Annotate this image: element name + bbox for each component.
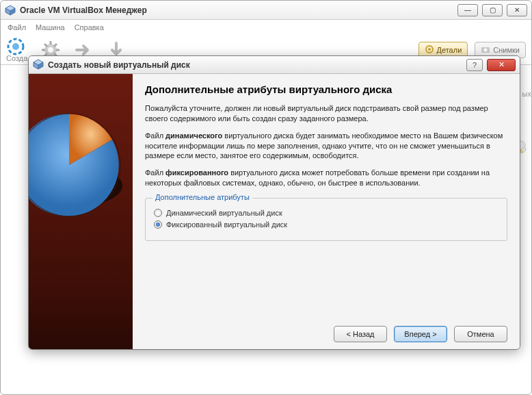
create-disk-dialog: Создать новый виртуальный диск ? ✕ — [28, 55, 520, 350]
maximize-button[interactable]: ▢ — [482, 4, 503, 16]
cancel-button[interactable]: Отмена — [454, 326, 507, 342]
wizard-p1: Пожалуйста уточните, должен ли новый вир… — [145, 103, 507, 124]
dialog-icon — [33, 59, 44, 71]
back-button[interactable]: < Назад — [334, 326, 387, 342]
dialog-titlebar: Создать новый виртуальный диск ? ✕ — [29, 56, 520, 74]
wizard-p2: Файл динамического виртуального диска бу… — [145, 131, 507, 162]
radio-dynamic-input[interactable] — [154, 209, 162, 217]
dialog-help-button[interactable]: ? — [466, 59, 483, 71]
menubar: Файл Машина Справка — [1, 20, 531, 35]
main-window: Oracle VM VirtualBox Менеджер — ▢ ✕ Файл… — [0, 0, 532, 395]
window-title: Oracle VM VirtualBox Менеджер — [20, 5, 147, 15]
radio-fixed[interactable]: Фиксированный виртуальный диск — [154, 220, 498, 229]
camera-icon — [481, 44, 490, 55]
new-vm-label: Созда — [6, 54, 27, 62]
svg-point-4 — [12, 43, 19, 50]
svg-line-11 — [44, 44, 47, 47]
menu-machine[interactable]: Машина — [36, 23, 65, 31]
svg-point-18 — [484, 48, 488, 51]
minimize-button[interactable]: — — [457, 4, 478, 16]
menu-file[interactable]: Файл — [8, 23, 26, 31]
svg-line-13 — [54, 44, 57, 47]
wizard-heading: Дополнительные атрибуты виртуального дис… — [145, 84, 507, 95]
app-icon — [5, 5, 16, 16]
bg-text-fragment: ых — [522, 90, 531, 98]
dialog-close-button[interactable]: ✕ — [487, 59, 516, 71]
close-button[interactable]: ✕ — [507, 4, 527, 16]
wizard-p3: Файл фиксированного виртуального диска м… — [145, 168, 507, 188]
dialog-title: Создать новый виртуальный диск — [48, 60, 190, 70]
radio-dynamic[interactable]: Динамический виртуальный диск — [154, 209, 498, 217]
menu-help[interactable]: Справка — [75, 23, 104, 31]
new-vm-icon[interactable] — [6, 37, 25, 56]
wizard-artwork — [29, 74, 133, 349]
radio-dynamic-label: Динамический виртуальный диск — [166, 209, 282, 217]
details-icon — [425, 44, 434, 55]
radio-fixed-label: Фиксированный виртуальный диск — [166, 220, 287, 229]
radio-fixed-input[interactable] — [154, 220, 162, 229]
groupbox-legend: Дополнительные атрибуты — [152, 193, 252, 201]
attributes-groupbox: Дополнительные атрибуты Динамический вир… — [145, 198, 507, 241]
wizard-content: Дополнительные атрибуты виртуального дис… — [133, 74, 520, 349]
next-button[interactable]: Вперед > — [394, 326, 447, 342]
main-titlebar: Oracle VM VirtualBox Менеджер — ▢ ✕ — [1, 1, 531, 20]
svg-point-6 — [48, 47, 53, 53]
svg-point-16 — [428, 48, 431, 51]
